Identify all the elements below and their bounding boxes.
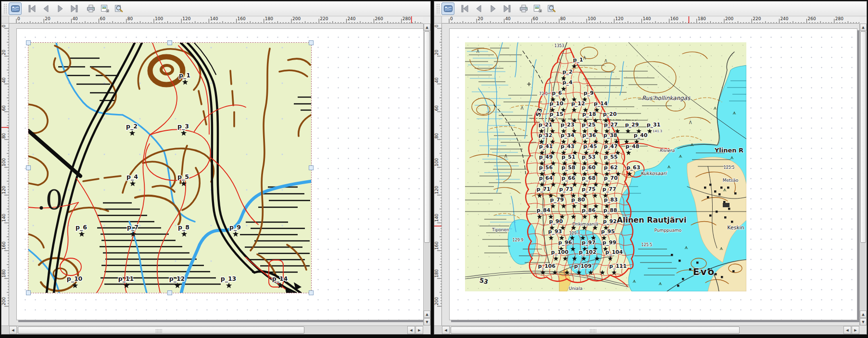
print-atlas-icon [519,4,528,13]
atlas-preview-button[interactable] [9,2,22,15]
print-atlas-button[interactable] [517,2,530,15]
next-feature-button[interactable] [53,2,66,15]
vertical-scroll-thumb[interactable] [424,31,430,243]
selection-handle[interactable] [26,165,31,170]
svg-text:140: 140 [210,16,218,21]
scroll-up-button[interactable]: ▲ [860,311,867,318]
first-feature-icon [27,4,37,13]
horizontal-scroll-thumb[interactable] [451,326,740,334]
map-point-label: p_1 [179,72,190,79]
map-point-label: p_106 [538,263,556,269]
scroll-left-button[interactable]: ◀ [843,326,851,334]
previous-feature-button[interactable] [472,2,485,15]
first-feature-button[interactable] [25,2,38,15]
export-atlas-pdf-button[interactable] [112,2,125,15]
svg-text:120: 120 [1,186,6,194]
map-point-label: p_68 [582,175,596,181]
map-point-label: p_25 [582,122,596,128]
svg-text:140: 140 [434,213,439,222]
scroll-left-button[interactable]: ◀ [9,326,17,334]
svg-text:240: 240 [347,16,355,21]
map-point-label: p_36 [582,132,596,138]
horizontal-scrollbar[interactable]: ◀◀▶ [1,325,423,334]
place-label: 1353 [554,44,564,48]
scroll-right-button[interactable]: ▶ [415,326,423,334]
scroll-down-button[interactable]: ▼ [860,318,867,325]
atlas-map-item[interactable]: .0p_1p_2p_3p_4p_5p_6p_7p_8p_9p_10p_11p_1… [28,43,311,293]
vertical-scrollbar[interactable]: ▲▲▼ [859,24,867,325]
selection-handle[interactable] [167,40,172,45]
place-label: Pumppuamo [654,228,682,233]
map-point-label: p_11 [118,275,134,283]
vertical-scroll-thumb[interactable] [860,31,866,243]
scroll-down-button[interactable]: ▼ [424,318,430,325]
export-atlas-pdf-icon [547,4,556,13]
scroll-left-button[interactable]: ◀ [442,326,450,334]
svg-text:40: 40 [505,16,511,21]
scroll-up-button[interactable]: ▲ [860,24,867,31]
next-feature-icon [488,4,498,13]
svg-text:160: 160 [670,16,679,21]
scroll-up-button[interactable]: ▲ [424,311,430,318]
scroll-right-button[interactable]: ▶ [852,326,859,334]
atlas-toolbar [1,1,430,16]
previous-feature-button[interactable] [39,2,52,15]
svg-text:20: 20 [478,16,483,21]
selection-handle[interactable] [309,40,314,45]
map-text-layer: .0 [37,184,63,215]
print-atlas-button[interactable] [84,2,97,15]
map-point-label: p_73 [559,186,573,192]
export-atlas-pdf-button[interactable] [545,2,558,15]
atlas-map-item[interactable]: ΛΛΛΛΛΛ1353Rus'hollinkangas72.053141.3Riv… [465,42,746,291]
svg-text:60: 60 [533,16,539,21]
map-point-label: p_45 [583,143,597,150]
next-feature-button[interactable] [486,2,499,15]
last-feature-button[interactable] [500,2,513,15]
map-point-label: p_2 [126,123,138,130]
svg-text:120: 120 [615,16,623,21]
last-feature-button[interactable] [67,2,80,15]
first-feature-button[interactable] [458,2,471,15]
scrollbar-corner [859,325,867,334]
svg-text:160: 160 [434,241,439,250]
scroll-up-button[interactable]: ▲ [424,24,430,31]
composition-canvas[interactable]: ΛΛΛΛΛΛ1353Rus'hollinkangas72.053141.3Riv… [442,24,859,325]
map-point-label: p_4 [562,79,572,86]
map-point-label: p_3 [177,123,189,130]
selection-handle[interactable] [309,290,314,295]
map-point-label: p_7 [127,224,138,231]
selection-handle[interactable] [309,165,314,170]
map-point-label: p_84 [537,207,551,213]
svg-text:Λ: Λ [604,59,607,63]
export-atlas-image-button[interactable] [98,2,111,15]
map-point-label: p_9 [583,90,593,96]
toolbar-grip[interactable] [436,3,440,14]
export-atlas-image-button[interactable] [531,2,544,15]
scroll-left-button[interactable]: ◀ [407,326,415,334]
composition-canvas[interactable]: .0p_1p_2p_3p_4p_5p_6p_7p_8p_9p_10p_11p_1… [9,24,423,325]
map-point-label: p_9 [229,224,241,231]
svg-text:280: 280 [835,16,843,21]
map-point-label: p_64 [539,175,553,181]
selection-handle[interactable] [26,40,31,45]
place-label: 129.9 [513,238,524,242]
selection-handle[interactable] [26,290,31,295]
selection-handle[interactable] [167,290,172,295]
map-point-label: p_63 [627,164,641,171]
horizontal-scrollbar[interactable]: ◀◀▶ [434,325,859,334]
svg-text:100: 100 [434,158,439,166]
svg-text:20: 20 [434,50,439,55]
svg-text:20: 20 [1,50,6,55]
atlas-toolbar [434,1,867,16]
map-point-label: p_86 [582,207,596,213]
svg-text:160: 160 [238,16,246,21]
horizontal-ruler: 020406080100120140160180200220240260280 [442,16,859,24]
svg-text:Λ: Λ [689,121,692,125]
vertical-scrollbar[interactable]: ▲▲▼ [423,24,430,325]
horizontal-scroll-thumb[interactable] [18,326,304,334]
atlas-preview-button[interactable] [441,2,454,15]
svg-text:280: 280 [403,16,411,21]
toolbar-grip[interactable] [3,3,7,14]
elevation-big-label: .0 [37,184,63,215]
place-label: Uniala [569,286,582,291]
